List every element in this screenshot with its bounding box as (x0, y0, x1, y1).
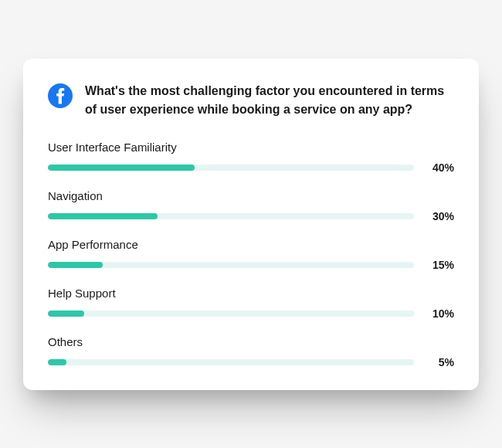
survey-card: What's the most challenging factor you e… (23, 59, 479, 390)
result-item: Help Support 10% (48, 287, 454, 320)
bar-track (48, 311, 414, 317)
bar-percentage: 30% (426, 210, 454, 222)
survey-header: What's the most challenging factor you e… (48, 82, 454, 119)
facebook-icon (48, 83, 73, 108)
result-bar-row: 5% (48, 356, 454, 368)
result-item: Others 5% (48, 335, 454, 368)
result-label: User Interface Familiarity (48, 141, 454, 154)
bar-percentage: 5% (426, 356, 454, 368)
result-label: Navigation (48, 189, 454, 202)
result-bar-row: 15% (48, 259, 454, 271)
bar-percentage: 15% (426, 259, 454, 271)
bar-fill (48, 165, 195, 171)
survey-question: What's the most challenging factor you e… (85, 82, 454, 119)
bar-fill (48, 213, 158, 219)
result-bar-row: 40% (48, 161, 454, 174)
result-label: Help Support (48, 287, 454, 300)
bar-fill (48, 311, 84, 317)
bar-percentage: 40% (426, 161, 454, 174)
bar-track (48, 359, 414, 365)
bar-fill (48, 359, 66, 365)
result-item: App Performance 15% (48, 238, 454, 271)
result-bar-row: 10% (48, 307, 454, 320)
result-label: Others (48, 335, 454, 348)
bar-fill (48, 262, 103, 268)
results-list: User Interface Familiarity 40% Navigatio… (48, 141, 454, 368)
result-label: App Performance (48, 238, 454, 251)
bar-track (48, 262, 414, 268)
result-item: Navigation 30% (48, 189, 454, 222)
bar-track (48, 213, 414, 219)
bar-percentage: 10% (426, 307, 454, 320)
bar-track (48, 165, 414, 171)
result-bar-row: 30% (48, 210, 454, 222)
result-item: User Interface Familiarity 40% (48, 141, 454, 174)
